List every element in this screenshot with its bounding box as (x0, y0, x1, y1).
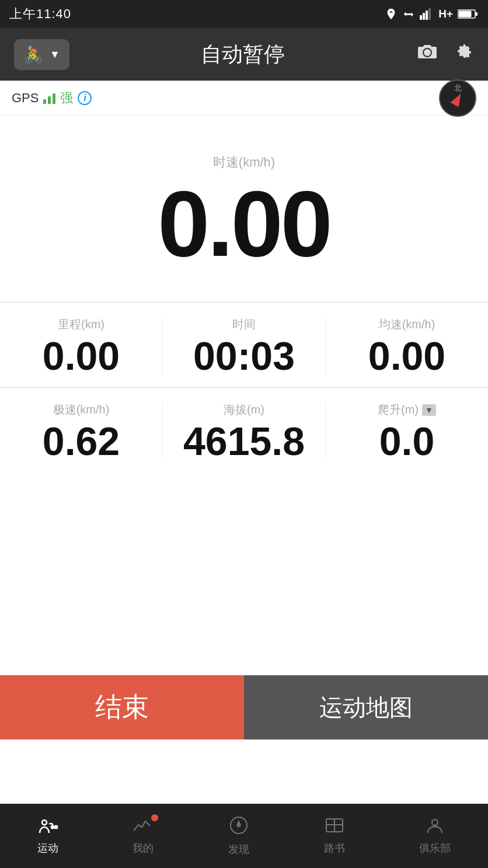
route-label: 路书 (324, 841, 345, 855)
altitude-cell: 海拔(m) 4615.8 (163, 402, 326, 461)
map-button[interactable]: 运动地图 (244, 675, 488, 739)
route-icon (324, 817, 345, 839)
speed-value: 0.00 (158, 177, 330, 270)
stats-row-2: 极速(km/h) 0.62 海拔(m) 4615.8 爬升(m) ▼ 0.0 (0, 388, 488, 473)
nav-bar: 🚴 ▼ 自动暂停 (0, 28, 488, 81)
gps-label: GPS (12, 91, 39, 106)
time-label: 时间 (232, 317, 256, 332)
settings-button[interactable] (454, 42, 474, 67)
svg-rect-2 (423, 13, 425, 20)
climb-cell: 爬升(m) ▼ 0.0 (326, 402, 488, 461)
bike-icon: 🚴 (23, 45, 44, 64)
gps-info-button[interactable]: i (78, 91, 92, 105)
gps-strength-label: 强 (60, 89, 73, 107)
gps-bar-3 (53, 93, 55, 104)
nav-right-buttons (417, 42, 474, 67)
network-type: H+ (438, 8, 453, 20)
data-transfer-icon (402, 8, 415, 20)
svg-rect-1 (420, 15, 422, 20)
battery-icon (458, 8, 479, 20)
svg-point-8 (42, 820, 47, 825)
avg-speed-cell: 均速(km/h) 0.00 (326, 317, 488, 376)
club-icon (424, 817, 445, 839)
spacer (0, 473, 488, 675)
gps-bar-2 (48, 96, 51, 104)
tab-sport[interactable]: 运动 (37, 817, 58, 855)
club-label: 俱乐部 (419, 841, 451, 855)
svg-rect-7 (475, 12, 477, 16)
gps-info: GPS 强 i (12, 89, 92, 107)
tab-discover[interactable]: 发现 (228, 815, 249, 856)
avg-speed-value: 0.00 (368, 336, 445, 376)
max-speed-label: 极速(km/h) (53, 402, 110, 418)
tab-route[interactable]: 路书 (324, 817, 345, 855)
svg-rect-3 (426, 11, 428, 20)
mode-dropdown-arrow: ▼ (50, 48, 60, 61)
bottom-nav: 运动 我的 发现 路书 (0, 804, 488, 868)
mine-label: 我的 (133, 841, 154, 855)
sport-icon (37, 817, 58, 839)
svg-point-13 (54, 825, 58, 829)
distance-cell: 里程(km) 0.00 (0, 317, 163, 376)
gps-signal-bars (43, 92, 55, 104)
gps-bar-1 (43, 99, 46, 104)
gps-bar: GPS 强 i 北 (0, 81, 488, 116)
tab-club[interactable]: 俱乐部 (419, 817, 451, 855)
svg-point-20 (432, 820, 438, 825)
end-button[interactable]: 结束 (0, 675, 244, 739)
nav-title: 自动暂停 (201, 40, 285, 69)
climb-label: 爬升(m) ▼ (378, 402, 436, 418)
signal-icon (420, 8, 434, 20)
mine-icon (133, 817, 154, 839)
time-cell: 时间 00:03 (163, 317, 326, 376)
svg-point-16 (238, 824, 240, 827)
climb-value: 0.0 (379, 421, 435, 461)
compass: 北 (439, 79, 476, 117)
altitude-label: 海拔(m) (224, 402, 264, 418)
camera-button[interactable] (417, 43, 438, 66)
discover-label: 发现 (228, 842, 249, 856)
altitude-value: 4615.8 (183, 421, 305, 461)
stats-row-1: 里程(km) 0.00 时间 00:03 均速(km/h) 0.00 (0, 303, 488, 388)
time-value: 00:03 (193, 336, 295, 376)
compass-arrow (451, 91, 465, 107)
distance-label: 里程(km) (58, 317, 104, 332)
distance-value: 0.00 (43, 336, 120, 376)
speed-label: 时速(km/h) (213, 154, 275, 171)
max-speed-cell: 极速(km/h) 0.62 (0, 402, 163, 461)
location-icon (385, 8, 398, 20)
discover-icon (229, 815, 249, 840)
status-bar: 上午11:40 H+ (0, 0, 488, 28)
climb-unit-dropdown[interactable]: ▼ (422, 404, 436, 416)
status-time: 上午11:40 (9, 5, 71, 23)
bottom-spacer (0, 739, 488, 804)
svg-rect-6 (459, 11, 472, 18)
speed-section: 时速(km/h) 0.00 (0, 116, 488, 303)
action-row: 结束 运动地图 (0, 675, 488, 739)
svg-rect-4 (428, 8, 431, 20)
sport-label: 运动 (37, 841, 58, 855)
main-content: GPS 强 i 北 时速(km/h) 0.00 里程(km) 0.00 时间 (0, 81, 488, 804)
max-speed-value: 0.62 (43, 421, 120, 461)
mode-selector[interactable]: 🚴 ▼ (14, 39, 69, 70)
tab-mine[interactable]: 我的 (133, 817, 154, 855)
avg-speed-label: 均速(km/h) (379, 317, 435, 332)
notification-badge (151, 814, 158, 821)
status-icons: H+ (385, 8, 479, 20)
